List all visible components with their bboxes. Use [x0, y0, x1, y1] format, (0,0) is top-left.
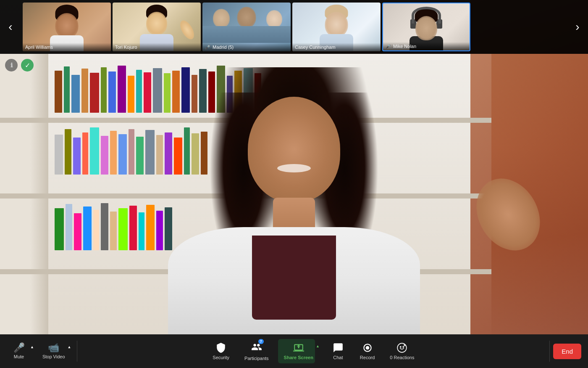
- camera-icon: 📹: [48, 343, 59, 352]
- meeting-info-badges: ℹ ✓: [5, 59, 34, 71]
- share-screen-button[interactable]: Share Screen: [278, 339, 315, 363]
- stop-video-label: Stop Video: [42, 354, 65, 359]
- participants-button[interactable]: 7 Participants: [239, 338, 274, 364]
- mute-icon-madrid: 🎤: [205, 45, 210, 50]
- participant-thumb-mike[interactable]: 🎤 Mike Nolan: [382, 3, 470, 51]
- participant-thumb-tori[interactable]: Tori Kojuro: [113, 3, 201, 51]
- participant-name-april: April Williams: [23, 43, 111, 51]
- next-participant-arrow[interactable]: ›: [567, 0, 588, 54]
- participant-thumb-april[interactable]: April Williams: [23, 3, 111, 51]
- participant-name-tori: Tori Kojuro: [113, 43, 201, 51]
- chat-icon: [333, 342, 344, 353]
- shelf-divider-2: [0, 193, 491, 199]
- reactions-label: 0 Reactions: [390, 355, 414, 360]
- mute-group: 🎤 Mute ▲: [4, 340, 37, 363]
- mute-label: Mute: [14, 354, 24, 359]
- share-screen-group: Share Screen ▲: [278, 339, 322, 363]
- record-button[interactable]: Record: [354, 339, 381, 363]
- shelf-left: [0, 54, 50, 357]
- reactions-icon: [396, 342, 407, 353]
- reactions-button[interactable]: 0 Reactions: [384, 339, 420, 363]
- participant-thumb-madrid[interactable]: 🎤 Madrid (5): [202, 3, 291, 51]
- mute-icon-mike: 🎤: [386, 44, 391, 49]
- security-icon: [215, 342, 226, 353]
- toolbar-center-section: Security 7 Participants Share Screen ▲: [81, 338, 546, 364]
- chat-label: Chat: [333, 355, 343, 360]
- svg-point-3: [400, 347, 401, 347]
- participants-row: April Williams Tori Kojuro: [21, 0, 567, 54]
- record-icon: [362, 342, 373, 353]
- share-screen-arrow[interactable]: ▲: [315, 341, 322, 352]
- participant-name-casey: Casey Cunningham: [292, 43, 381, 51]
- shield-icon: ✓: [25, 61, 30, 69]
- participant-strip: ‹ April Williams Tori Kojuro: [0, 0, 588, 54]
- participants-count-badge: 7: [258, 339, 264, 344]
- end-meeting-button[interactable]: End: [553, 344, 581, 359]
- share-screen-label: Share Screen: [284, 355, 313, 360]
- meeting-toolbar: 🎤 Mute ▲ 📹 Stop Video ▲ Security: [0, 334, 588, 368]
- main-video-area: [0, 0, 588, 368]
- books-row-1: [55, 62, 261, 113]
- toolbar-right-section: End: [553, 344, 588, 359]
- share-screen-icon: [293, 342, 304, 353]
- books-row-2: [55, 124, 207, 175]
- svg-point-2: [398, 343, 407, 352]
- record-label: Record: [360, 355, 375, 360]
- mute-arrow[interactable]: ▲: [29, 342, 37, 352]
- shelf-divider-1: [0, 118, 491, 123]
- toolbar-separator-2: [549, 341, 550, 362]
- security-shield-badge[interactable]: ✓: [21, 59, 34, 71]
- svg-point-4: [403, 347, 404, 347]
- prev-arrow-icon: ‹: [8, 20, 12, 34]
- toolbar-left-section: 🎤 Mute ▲ 📹 Stop Video ▲: [0, 340, 74, 363]
- chat-button[interactable]: Chat: [326, 339, 351, 363]
- svg-point-1: [365, 346, 369, 350]
- microphone-icon: 🎤: [13, 343, 25, 352]
- video-arrow[interactable]: ▲: [67, 342, 74, 352]
- books-row-3: [55, 200, 172, 250]
- next-arrow-icon: ›: [575, 20, 579, 34]
- info-badge[interactable]: ℹ: [5, 59, 18, 71]
- participant-name-mike: 🎤 Mike Nolan: [383, 42, 470, 50]
- security-button[interactable]: Security: [207, 339, 235, 363]
- stop-video-button[interactable]: 📹 Stop Video: [37, 340, 67, 363]
- video-group: 📹 Stop Video ▲: [37, 340, 74, 363]
- brick-wall: [470, 0, 588, 368]
- mute-button[interactable]: 🎤 Mute: [4, 340, 29, 363]
- security-label: Security: [213, 355, 229, 360]
- participant-thumb-casey[interactable]: Casey Cunningham: [292, 3, 381, 51]
- participants-label: Participants: [244, 356, 268, 361]
- prev-participant-arrow[interactable]: ‹: [0, 0, 21, 54]
- video-background: [0, 0, 588, 368]
- shelf-divider-3: [0, 269, 491, 274]
- participant-name-madrid: 🎤 Madrid (5): [202, 43, 291, 51]
- toolbar-separator-1: [77, 341, 77, 362]
